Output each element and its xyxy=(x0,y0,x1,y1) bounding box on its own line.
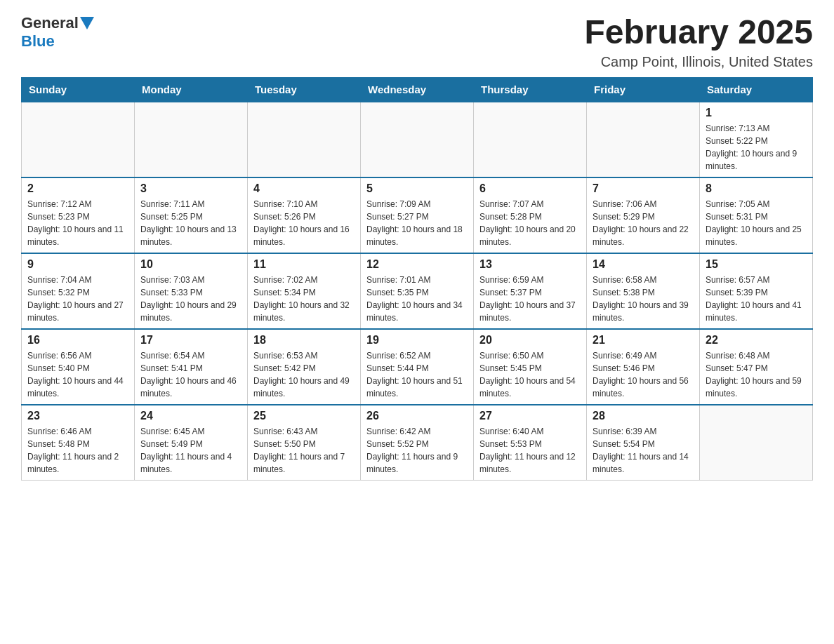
day-number: 2 xyxy=(27,182,128,195)
calendar-cell xyxy=(248,102,361,177)
calendar-cell: 9Sunrise: 7:04 AMSunset: 5:32 PMDaylight… xyxy=(22,253,135,329)
calendar-cell: 5Sunrise: 7:09 AMSunset: 5:27 PMDaylight… xyxy=(361,177,474,253)
location-title: Camp Point, Illinois, United States xyxy=(584,54,813,70)
day-number: 19 xyxy=(366,334,468,347)
day-number: 28 xyxy=(593,410,694,422)
month-title: February 2025 xyxy=(584,14,813,51)
day-number: 25 xyxy=(253,410,355,422)
day-info: Sunrise: 7:05 AMSunset: 5:31 PMDaylight:… xyxy=(706,198,807,248)
day-number: 5 xyxy=(366,182,468,195)
logo-general-text: General xyxy=(21,14,79,32)
day-info: Sunrise: 7:03 AMSunset: 5:33 PMDaylight:… xyxy=(140,274,241,324)
day-info: Sunrise: 6:58 AMSunset: 5:38 PMDaylight:… xyxy=(593,274,694,324)
calendar-cell: 21Sunrise: 6:49 AMSunset: 5:46 PMDayligh… xyxy=(587,329,700,405)
col-saturday: Saturday xyxy=(700,77,813,102)
day-number: 12 xyxy=(366,258,468,271)
day-info: Sunrise: 6:54 AMSunset: 5:41 PMDaylight:… xyxy=(140,349,241,400)
calendar-cell: 13Sunrise: 6:59 AMSunset: 5:37 PMDayligh… xyxy=(474,253,587,329)
day-info: Sunrise: 6:46 AMSunset: 5:48 PMDaylight:… xyxy=(27,425,128,476)
day-info: Sunrise: 6:52 AMSunset: 5:44 PMDaylight:… xyxy=(366,349,468,400)
day-number: 4 xyxy=(253,182,355,195)
day-info: Sunrise: 7:10 AMSunset: 5:26 PMDaylight:… xyxy=(253,198,355,248)
day-number: 9 xyxy=(27,258,128,271)
day-info: Sunrise: 6:53 AMSunset: 5:42 PMDaylight:… xyxy=(253,349,355,400)
page-header: General Blue February 2025 Camp Point, I… xyxy=(21,14,813,70)
calendar-cell: 18Sunrise: 6:53 AMSunset: 5:42 PMDayligh… xyxy=(248,329,361,405)
logo-triangle-icon xyxy=(80,17,94,31)
day-number: 6 xyxy=(479,182,581,195)
calendar-cell: 22Sunrise: 6:48 AMSunset: 5:47 PMDayligh… xyxy=(700,329,813,405)
svg-marker-0 xyxy=(80,17,94,29)
day-info: Sunrise: 6:57 AMSunset: 5:39 PMDaylight:… xyxy=(706,274,807,324)
calendar-cell xyxy=(474,102,587,177)
day-number: 7 xyxy=(593,182,694,195)
col-tuesday: Tuesday xyxy=(248,77,361,102)
calendar-cell: 19Sunrise: 6:52 AMSunset: 5:44 PMDayligh… xyxy=(361,329,474,405)
calendar-cell: 17Sunrise: 6:54 AMSunset: 5:41 PMDayligh… xyxy=(135,329,248,405)
day-number: 22 xyxy=(706,334,807,347)
calendar-table: Sunday Monday Tuesday Wednesday Thursday… xyxy=(21,77,813,481)
col-friday: Friday xyxy=(587,77,700,102)
day-info: Sunrise: 7:09 AMSunset: 5:27 PMDaylight:… xyxy=(366,198,468,248)
day-info: Sunrise: 6:45 AMSunset: 5:49 PMDaylight:… xyxy=(140,425,241,476)
calendar-cell: 20Sunrise: 6:50 AMSunset: 5:45 PMDayligh… xyxy=(474,329,587,405)
calendar-cell: 16Sunrise: 6:56 AMSunset: 5:40 PMDayligh… xyxy=(22,329,135,405)
day-info: Sunrise: 6:48 AMSunset: 5:47 PMDaylight:… xyxy=(706,349,807,400)
day-info: Sunrise: 7:07 AMSunset: 5:28 PMDaylight:… xyxy=(479,198,581,248)
day-number: 23 xyxy=(27,410,128,422)
calendar-cell: 26Sunrise: 6:42 AMSunset: 5:52 PMDayligh… xyxy=(361,405,474,481)
calendar-cell: 2Sunrise: 7:12 AMSunset: 5:23 PMDaylight… xyxy=(22,177,135,253)
week-row-1: 1Sunrise: 7:13 AMSunset: 5:22 PMDaylight… xyxy=(22,102,813,177)
calendar-cell: 24Sunrise: 6:45 AMSunset: 5:49 PMDayligh… xyxy=(135,405,248,481)
day-number: 10 xyxy=(140,258,241,271)
col-wednesday: Wednesday xyxy=(361,77,474,102)
day-info: Sunrise: 7:02 AMSunset: 5:34 PMDaylight:… xyxy=(253,274,355,324)
day-number: 21 xyxy=(593,334,694,347)
day-info: Sunrise: 6:40 AMSunset: 5:53 PMDaylight:… xyxy=(479,425,581,476)
calendar-cell: 8Sunrise: 7:05 AMSunset: 5:31 PMDaylight… xyxy=(700,177,813,253)
day-info: Sunrise: 6:43 AMSunset: 5:50 PMDaylight:… xyxy=(253,425,355,476)
calendar-cell xyxy=(135,102,248,177)
calendar-header-row: Sunday Monday Tuesday Wednesday Thursday… xyxy=(22,77,813,102)
day-number: 15 xyxy=(706,258,807,271)
day-number: 18 xyxy=(253,334,355,347)
calendar-cell: 25Sunrise: 6:43 AMSunset: 5:50 PMDayligh… xyxy=(248,405,361,481)
day-number: 11 xyxy=(253,258,355,271)
day-number: 16 xyxy=(27,334,128,347)
calendar-cell: 28Sunrise: 6:39 AMSunset: 5:54 PMDayligh… xyxy=(587,405,700,481)
day-info: Sunrise: 6:56 AMSunset: 5:40 PMDaylight:… xyxy=(27,349,128,400)
day-info: Sunrise: 7:01 AMSunset: 5:35 PMDaylight:… xyxy=(366,274,468,324)
day-info: Sunrise: 7:12 AMSunset: 5:23 PMDaylight:… xyxy=(27,198,128,248)
calendar-cell: 15Sunrise: 6:57 AMSunset: 5:39 PMDayligh… xyxy=(700,253,813,329)
day-info: Sunrise: 6:59 AMSunset: 5:37 PMDaylight:… xyxy=(479,274,581,324)
week-row-2: 2Sunrise: 7:12 AMSunset: 5:23 PMDaylight… xyxy=(22,177,813,253)
calendar-cell xyxy=(361,102,474,177)
day-number: 27 xyxy=(479,410,581,422)
calendar-cell: 10Sunrise: 7:03 AMSunset: 5:33 PMDayligh… xyxy=(135,253,248,329)
col-sunday: Sunday xyxy=(22,77,135,102)
calendar-cell: 3Sunrise: 7:11 AMSunset: 5:25 PMDaylight… xyxy=(135,177,248,253)
day-number: 20 xyxy=(479,334,581,347)
calendar-cell xyxy=(587,102,700,177)
calendar-cell: 4Sunrise: 7:10 AMSunset: 5:26 PMDaylight… xyxy=(248,177,361,253)
logo-blue-text: Blue xyxy=(21,32,55,50)
title-section: February 2025 Camp Point, Illinois, Unit… xyxy=(584,14,813,70)
day-number: 26 xyxy=(366,410,468,422)
day-number: 14 xyxy=(593,258,694,271)
calendar-cell: 23Sunrise: 6:46 AMSunset: 5:48 PMDayligh… xyxy=(22,405,135,481)
day-info: Sunrise: 6:42 AMSunset: 5:52 PMDaylight:… xyxy=(366,425,468,476)
calendar-cell xyxy=(700,405,813,481)
calendar-cell: 14Sunrise: 6:58 AMSunset: 5:38 PMDayligh… xyxy=(587,253,700,329)
logo: General Blue xyxy=(21,14,94,51)
week-row-4: 16Sunrise: 6:56 AMSunset: 5:40 PMDayligh… xyxy=(22,329,813,405)
week-row-3: 9Sunrise: 7:04 AMSunset: 5:32 PMDaylight… xyxy=(22,253,813,329)
day-info: Sunrise: 7:13 AMSunset: 5:22 PMDaylight:… xyxy=(706,122,807,173)
day-number: 8 xyxy=(706,182,807,195)
calendar-cell: 7Sunrise: 7:06 AMSunset: 5:29 PMDaylight… xyxy=(587,177,700,253)
day-info: Sunrise: 6:49 AMSunset: 5:46 PMDaylight:… xyxy=(593,349,694,400)
calendar-cell: 1Sunrise: 7:13 AMSunset: 5:22 PMDaylight… xyxy=(700,102,813,177)
calendar-cell: 12Sunrise: 7:01 AMSunset: 5:35 PMDayligh… xyxy=(361,253,474,329)
day-number: 17 xyxy=(140,334,241,347)
col-monday: Monday xyxy=(135,77,248,102)
day-info: Sunrise: 7:11 AMSunset: 5:25 PMDaylight:… xyxy=(140,198,241,248)
